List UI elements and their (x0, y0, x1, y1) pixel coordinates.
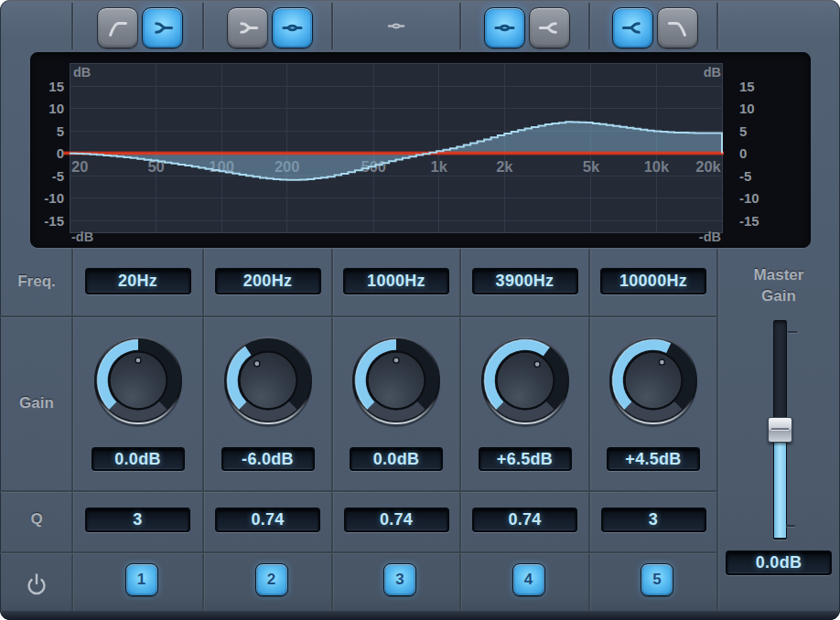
band-1-frequency-field[interactable]: 20Hz (85, 268, 191, 294)
q-row-label: Q (30, 510, 42, 529)
band-2-q-field[interactable]: 0.74 (215, 508, 320, 532)
svg-text:5k: 5k (583, 158, 600, 175)
column-divider (588, 3, 590, 49)
highshelf-icon (620, 16, 645, 40)
band-5-frequency-field[interactable]: 10000Hz (600, 268, 706, 294)
master-gain-label-line1: Master (754, 266, 804, 284)
band-4-frequency-field[interactable]: 3900Hz (472, 268, 578, 294)
column-divider (71, 3, 73, 49)
svg-text:10: 10 (739, 101, 755, 116)
column-divider (459, 249, 461, 611)
band-4-q-field[interactable]: 0.74 (472, 508, 577, 532)
master-gain-slider-fill (773, 441, 787, 538)
band-5-filtertype-lowpass-button[interactable] (657, 7, 698, 48)
svg-text:0: 0 (739, 145, 747, 161)
highpass-icon (105, 16, 130, 40)
band-4-gain-knob[interactable] (474, 329, 576, 432)
lowshelf-icon (150, 16, 175, 40)
peak-icon (280, 16, 305, 40)
power-icon (26, 572, 48, 596)
column-divider (588, 249, 590, 611)
eq-response-graph[interactable]: 20501002005001k2k5k10k20k151510105500-5-… (30, 52, 811, 248)
column-divider (459, 3, 461, 49)
master-gain-slider-handle[interactable] (768, 417, 792, 443)
svg-text:5: 5 (57, 123, 64, 139)
band-5-gain-value-field[interactable]: +4.5dB (607, 447, 700, 471)
band-5-gain-knob[interactable] (602, 329, 705, 432)
svg-text:15: 15 (739, 79, 755, 94)
column-divider (716, 249, 718, 611)
lowshelf-icon (235, 16, 260, 40)
row-divider (0, 315, 717, 317)
lowpass-icon (665, 16, 690, 40)
svg-text:10: 10 (48, 101, 64, 116)
eq-plugin-background: 20501002005001k2k5k10k20k151510105500-5-… (0, 0, 840, 620)
svg-text:-dB: -dB (699, 230, 721, 244)
column-divider (202, 3, 204, 49)
svg-text:-dB: -dB (71, 230, 93, 244)
highshelf-icon (537, 16, 562, 40)
band-4-filtertype-peak-button[interactable] (484, 7, 525, 48)
band-1-filter-buttons (97, 7, 183, 48)
row-divider (0, 490, 717, 492)
svg-text:dB: dB (73, 65, 91, 80)
svg-text:1k: 1k (431, 158, 448, 175)
band-2-filtertype-peak-button[interactable] (272, 7, 313, 48)
peak-icon (383, 16, 409, 37)
svg-text:-5: -5 (52, 168, 64, 184)
band-3-gain-value-field[interactable]: 0.0dB (350, 447, 443, 471)
eq-curve-display[interactable]: 20501002005001k2k5k10k20k151510105500-5-… (31, 53, 810, 247)
band-4-filtertype-highshelf-button[interactable] (529, 7, 570, 48)
band-2-gain-knob[interactable] (217, 329, 319, 432)
band-5-filtertype-highshelf-button[interactable] (612, 7, 653, 48)
peak-icon (492, 16, 517, 40)
band-4-gain-value-field[interactable]: +6.5dB (479, 447, 572, 471)
band-2-filter-buttons (227, 7, 313, 48)
svg-text:-15: -15 (739, 213, 759, 229)
column-divider (331, 249, 333, 611)
svg-text:5: 5 (739, 123, 747, 139)
master-gain-value-field[interactable]: 0.0dB (726, 551, 832, 575)
svg-text:0: 0 (57, 145, 64, 161)
band-1-gain-knob[interactable] (87, 329, 189, 432)
band-1-enable-button[interactable]: 1 (125, 563, 158, 596)
band-5-enable-button[interactable]: 5 (641, 563, 673, 596)
svg-text:-10: -10 (739, 190, 759, 206)
band-3-enable-button[interactable]: 3 (383, 563, 416, 596)
band-5-filter-buttons (612, 7, 698, 48)
svg-text:2k: 2k (496, 158, 513, 175)
svg-text:15: 15 (48, 79, 64, 94)
column-divider (71, 249, 73, 611)
band-2-gain-value-field[interactable]: -6.0dB (221, 447, 315, 471)
band-2-enable-button[interactable]: 2 (255, 563, 288, 596)
svg-text:10k: 10k (644, 158, 670, 175)
master-gain-label-line2: Gain (761, 287, 796, 305)
band-2-filtertype-lowshelf-button[interactable] (227, 7, 268, 48)
band-3-peak-indicator (383, 16, 409, 40)
column-divider (716, 3, 718, 49)
band-3-gain-knob[interactable] (345, 329, 447, 432)
row-divider (0, 551, 717, 553)
gain-row-label: Gain (19, 394, 54, 412)
svg-text:-15: -15 (44, 213, 64, 229)
band-5-q-field[interactable]: 3 (601, 508, 706, 532)
band-1-q-field[interactable]: 3 (85, 508, 190, 532)
band-4-enable-button[interactable]: 4 (512, 563, 545, 596)
band-1-gain-value-field[interactable]: 0.0dB (92, 447, 185, 471)
column-divider (331, 3, 333, 49)
svg-text:20: 20 (71, 158, 88, 175)
window-bottom-rim (0, 611, 840, 620)
freq-row-label: Freq. (17, 273, 56, 291)
svg-text:-10: -10 (44, 190, 64, 206)
svg-text:dB: dB (704, 65, 721, 80)
band-1-filtertype-lowshelf-button[interactable] (142, 7, 183, 48)
eq-plugin-window: 20501002005001k2k5k10k20k151510105500-5-… (0, 0, 840, 620)
column-divider (202, 249, 204, 611)
band-1-filtertype-highpass-button[interactable] (97, 7, 138, 48)
band-3-q-field[interactable]: 0.74 (344, 508, 449, 532)
slider-max-tick (788, 331, 797, 333)
svg-text:20k: 20k (695, 158, 721, 175)
band-3-frequency-field[interactable]: 1000Hz (343, 268, 449, 294)
slider-min-tick (786, 525, 795, 527)
band-2-frequency-field[interactable]: 200Hz (215, 268, 321, 294)
